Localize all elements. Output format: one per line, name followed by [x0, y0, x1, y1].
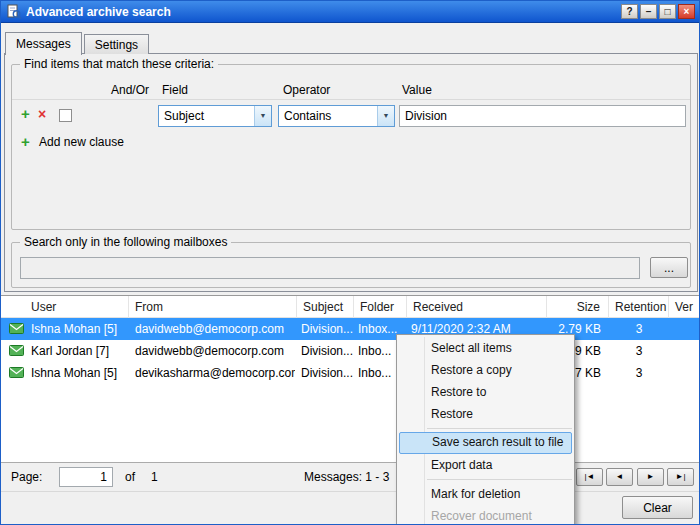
page-of-label: of: [125, 470, 135, 484]
total-pages-value: 1: [151, 470, 158, 484]
menu-item-export-data[interactable]: Export data: [397, 454, 574, 476]
value-input[interactable]: [399, 105, 686, 127]
column-header-from[interactable]: From: [129, 296, 297, 318]
criteria-group-label: Find items that match these criteria:: [20, 57, 218, 71]
messages-count-label: Messages: 1 - 3: [304, 470, 389, 484]
remove-criteria-row-icon[interactable]: ×: [38, 106, 46, 122]
cell-retention: 3: [609, 340, 669, 362]
chevron-down-icon: ▼: [377, 106, 394, 126]
first-page-button[interactable]: |◄: [576, 468, 603, 486]
mailbox-filter-input: [20, 257, 640, 279]
titlebar-buttons: ? – □ ×: [621, 4, 695, 19]
results-list: User From Subject Folder Received Size R…: [1, 295, 699, 462]
column-header-version[interactable]: Ver: [669, 296, 699, 318]
window-title: Advanced archive search: [26, 1, 171, 23]
menu-item-restore-to[interactable]: Restore to: [397, 381, 574, 403]
criteria-row-checkbox[interactable]: [59, 109, 72, 122]
clear-button[interactable]: Clear: [622, 496, 693, 519]
pager-bar: Page: of 1 Messages: 1 - 3 |◄ ◄ ► ►|: [1, 462, 699, 491]
column-header-received[interactable]: Received: [407, 296, 547, 318]
column-header-subject[interactable]: Subject: [297, 296, 354, 318]
result-row-2[interactable]: Karl Jordan [7] davidwebb@democorp.com D…: [1, 340, 699, 362]
last-page-button[interactable]: ►|: [667, 468, 694, 486]
menu-item-restore-a-copy[interactable]: Restore a copy: [397, 359, 574, 381]
close-button[interactable]: ×: [678, 4, 695, 19]
cell-retention: 3: [609, 318, 669, 340]
result-row-3[interactable]: Ishna Mohan [5] devikasharma@democorp.co…: [1, 362, 699, 384]
cell-subject: Division...: [301, 340, 353, 362]
titlebar: Advanced archive search ? – □ ×: [1, 1, 699, 23]
mail-icon: [9, 345, 24, 356]
cell-user: Ishna Mohan [5]: [31, 318, 127, 340]
cell-user: Ishna Mohan [5]: [31, 362, 127, 384]
column-label-field: Field: [162, 83, 188, 97]
tab-settings[interactable]: Settings: [84, 34, 149, 54]
previous-page-button[interactable]: ◄: [606, 468, 633, 486]
cell-subject: Division...: [301, 362, 353, 384]
page-label: Page:: [11, 470, 42, 484]
column-label-value: Value: [402, 83, 432, 97]
mail-icon: [9, 323, 24, 334]
cell-user: Karl Jordan [7]: [31, 340, 127, 362]
menu-item-recover-document: Recover document: [397, 505, 574, 525]
cell-retention: 3: [609, 362, 669, 384]
cell-subject: Division...: [301, 318, 353, 340]
mail-icon: [9, 367, 24, 378]
cell-from: devikasharma@democorp.com: [135, 362, 295, 384]
add-criteria-row-icon[interactable]: +: [21, 105, 30, 122]
column-label-operator: Operator: [283, 83, 330, 97]
add-new-clause-label: Add new clause: [39, 135, 124, 149]
browse-mailboxes-button[interactable]: ...: [650, 257, 688, 278]
advanced-archive-search-window: Advanced archive search ? – □ × Messages…: [0, 0, 700, 525]
operator-dropdown-value: Contains: [284, 106, 331, 126]
operator-dropdown[interactable]: Contains ▼: [278, 105, 395, 127]
menu-item-select-all-items[interactable]: Select all items: [397, 337, 574, 359]
page-number-input[interactable]: [59, 467, 113, 487]
field-dropdown[interactable]: Subject ▼: [158, 105, 272, 127]
field-dropdown-value: Subject: [164, 106, 204, 126]
mailboxes-group-label: Search only in the following mailboxes: [20, 235, 231, 249]
next-page-button[interactable]: ►: [637, 468, 664, 486]
column-header-folder[interactable]: Folder: [354, 296, 407, 318]
help-button[interactable]: ?: [621, 4, 638, 19]
menu-item-mark-for-deletion[interactable]: Mark for deletion: [397, 483, 574, 505]
context-menu: Select all items Restore a copy Restore …: [396, 334, 575, 525]
menu-separator: [427, 428, 572, 429]
result-row-1[interactable]: Ishna Mohan [5] davidwebb@democorp.com D…: [1, 318, 699, 340]
column-header-retention[interactable]: Retention: [609, 296, 669, 318]
minimize-button[interactable]: –: [640, 4, 657, 19]
mailboxes-group: Search only in the following mailboxes .…: [11, 242, 691, 288]
column-header-size[interactable]: Size: [547, 296, 609, 318]
menu-separator: [427, 479, 572, 480]
messages-tab-page: Find items that match these criteria: An…: [4, 53, 698, 292]
criteria-header-separator: [12, 99, 690, 100]
criteria-group: Find items that match these criteria: An…: [11, 64, 691, 230]
menu-item-restore[interactable]: Restore: [397, 403, 574, 425]
archive-search-window-icon: [6, 4, 22, 20]
column-header-user[interactable]: User: [1, 296, 129, 318]
results-header-row: User From Subject Folder Received Size R…: [1, 296, 699, 318]
cell-from: davidwebb@democorp.com: [135, 340, 295, 362]
maximize-button[interactable]: □: [659, 4, 676, 19]
column-label-and-or: And/Or: [111, 83, 149, 97]
chevron-down-icon: ▼: [254, 106, 271, 126]
add-new-clause-link[interactable]: + Add new clause: [21, 133, 124, 150]
footer-bar: Clear: [1, 491, 699, 524]
cell-from: davidwebb@democorp.com: [135, 318, 295, 340]
tab-strip: Messages Settings: [5, 32, 151, 55]
tab-messages[interactable]: Messages: [5, 32, 82, 55]
menu-item-save-search-result-to-file[interactable]: Save search result to file: [399, 432, 572, 454]
plus-icon: +: [21, 133, 30, 150]
